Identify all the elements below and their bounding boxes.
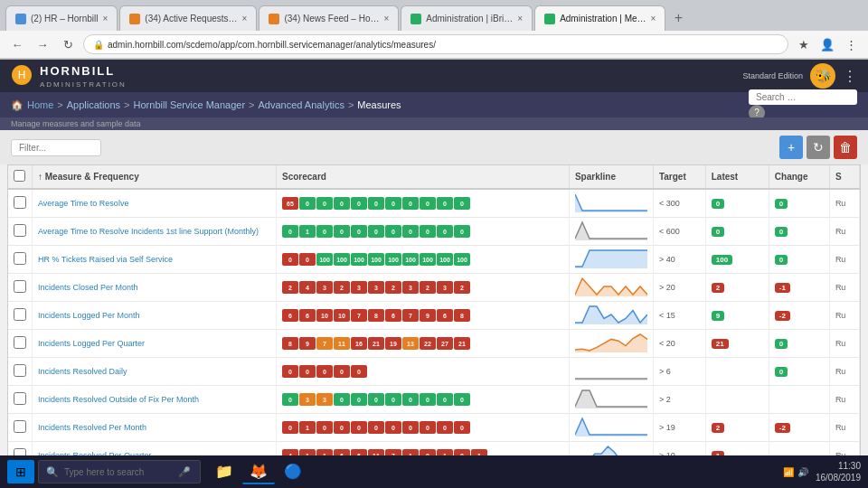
toolbar-buttons: + ↻ 🗑 xyxy=(779,136,857,159)
header-s: S xyxy=(829,165,859,189)
measure-name[interactable]: Incidents Resolved Daily xyxy=(33,358,277,386)
scorecard-cell: 650000000000 xyxy=(276,189,569,218)
svg-marker-9 xyxy=(575,390,647,408)
scorecard-cell: 03300000000 xyxy=(276,386,569,414)
tab-admin1[interactable]: Administration | iBri… × xyxy=(401,5,533,31)
tab-close[interactable]: × xyxy=(517,14,523,23)
s-cell: Ru xyxy=(829,246,859,274)
refresh-measures-button[interactable]: ↻ xyxy=(807,136,830,159)
table-container: ↑ Measure & Frequency Scorecard Sparklin… xyxy=(7,164,861,468)
measure-name[interactable]: HR % Tickets Raised via Self Service xyxy=(33,246,277,274)
taskbar-app-file-explorer[interactable]: 📁 xyxy=(208,459,241,484)
row-checkbox[interactable] xyxy=(14,336,26,349)
select-all-checkbox[interactable] xyxy=(14,170,25,182)
add-button[interactable]: + xyxy=(779,136,803,159)
row-checkbox[interactable] xyxy=(14,420,26,433)
delete-button[interactable]: 🗑 xyxy=(834,136,857,159)
measure-name[interactable]: Incidents Logged Per Month xyxy=(33,302,277,330)
filter-input[interactable] xyxy=(11,139,101,156)
tab-news[interactable]: (34) News Feed – Ho… × xyxy=(259,5,399,31)
address-bar[interactable]: 🔒 admin.hornbill.com/scdemo/app/com.horn… xyxy=(83,34,788,54)
tab-hr-label: (2) HR – Hornbill xyxy=(31,14,98,23)
measure-name[interactable]: Average Time to Resolve xyxy=(33,189,277,218)
app-container: H HORNBILL ADMINISTRATION Standard Editi… xyxy=(0,60,868,475)
measure-name[interactable]: Incidents Resolved Outside of Fix Per Mo… xyxy=(33,386,277,414)
s-cell: Ru xyxy=(829,414,859,442)
measure-name[interactable]: Incidents Logged Per Quarter xyxy=(33,330,277,358)
header-right: Standard Edition 🐝 ⋮ xyxy=(742,63,857,89)
latest-cell: 0 xyxy=(705,189,769,218)
row-checkbox[interactable] xyxy=(14,224,26,237)
s-cell: Ru xyxy=(829,330,859,358)
sparkline-cell xyxy=(569,246,653,274)
scorecard-cell: 00100100100100100100100100100 xyxy=(276,246,569,274)
tab-close[interactable]: × xyxy=(102,14,108,23)
row-checkbox[interactable] xyxy=(14,280,26,293)
table-header-row: ↑ Measure & Frequency Scorecard Sparklin… xyxy=(8,165,860,189)
refresh-button[interactable]: ↻ xyxy=(58,34,78,54)
change-cell: 0 xyxy=(769,330,829,358)
profile-icon[interactable]: 👤 xyxy=(817,34,837,54)
measures-table: ↑ Measure & Frequency Scorecard Sparklin… xyxy=(8,165,860,468)
header-target[interactable]: Target xyxy=(653,165,705,189)
nav-bar: ← → ↻ 🔒 admin.hornbill.com/scdemo/app/co… xyxy=(0,31,868,59)
breadcrumb-applications[interactable]: Applications xyxy=(67,99,120,110)
start-button[interactable]: ⊞ xyxy=(7,460,34,483)
row-checkbox[interactable] xyxy=(14,308,26,321)
latest-cell: 9 xyxy=(705,302,769,330)
tab-active-req[interactable]: (34) Active Requests… × xyxy=(119,5,257,31)
row-checkbox[interactable] xyxy=(14,252,26,265)
forward-button[interactable]: → xyxy=(33,34,52,54)
search-input[interactable] xyxy=(749,89,857,105)
clock-time: 11:30 xyxy=(816,460,861,472)
table-row: HR % Tickets Raised via Self Service0010… xyxy=(8,246,860,274)
table-row: Incidents Closed Per Month24323323232 > … xyxy=(8,274,860,302)
measure-name[interactable]: Incidents Closed Per Month xyxy=(33,274,277,302)
tab-hr[interactable]: (2) HR – Hornbill × xyxy=(5,5,118,31)
breadcrumb-hsm[interactable]: Hornbill Service Manager xyxy=(134,99,246,110)
tab-close[interactable]: × xyxy=(651,14,656,23)
taskbar-app-firefox[interactable]: 🦊 xyxy=(242,459,275,484)
target-cell: < 15 xyxy=(653,302,705,330)
new-tab-button[interactable]: + xyxy=(667,7,689,29)
row-checkbox[interactable] xyxy=(14,196,26,209)
logo-area: H HORNBILL ADMINISTRATION xyxy=(11,64,127,89)
target-cell: > 19 xyxy=(653,414,705,442)
change-cell xyxy=(769,386,829,414)
taskbar-search-box[interactable]: 🔍 🎤 xyxy=(38,460,201,483)
header-latest[interactable]: Latest xyxy=(705,165,769,189)
row-checkbox[interactable] xyxy=(14,392,26,405)
change-cell: 0 xyxy=(769,189,829,218)
breadcrumb-analytics[interactable]: Advanced Analytics xyxy=(258,99,344,110)
sparkline-cell xyxy=(569,414,653,442)
header-menu-button[interactable]: ⋮ xyxy=(843,68,857,85)
breadcrumb-current: Measures xyxy=(357,99,401,110)
scorecard-cell: 00000 xyxy=(276,358,569,386)
target-cell: > 2 xyxy=(653,386,705,414)
more-options-icon[interactable]: ⋮ xyxy=(841,34,861,54)
tab-favicon xyxy=(410,14,421,24)
tab-close[interactable]: × xyxy=(242,14,248,23)
bookmark-icon[interactable]: ★ xyxy=(794,34,814,54)
s-cell: Ru xyxy=(829,302,859,330)
breadcrumb-sep-3: > xyxy=(249,99,254,110)
taskbar-right: 📶 🔊 11:30 16/08/2019 xyxy=(783,460,861,483)
back-button[interactable]: ← xyxy=(7,34,27,54)
taskbar-app-chrome[interactable]: 🔵 xyxy=(277,459,309,484)
header-measure[interactable]: ↑ Measure & Frequency xyxy=(33,165,277,189)
header-scorecard: Scorecard xyxy=(276,165,569,189)
measure-name[interactable]: Average Time to Resolve Incidents 1st li… xyxy=(33,218,277,246)
target-cell: > 40 xyxy=(653,246,705,274)
tab-admin2[interactable]: Administration | Me… × xyxy=(534,5,665,31)
tab-close[interactable]: × xyxy=(383,14,389,23)
taskbar-search-input[interactable] xyxy=(64,467,173,477)
s-cell: Ru xyxy=(829,386,859,414)
scorecard-cell: 01000000000 xyxy=(276,218,569,246)
sub-header: Manage measures and sample data xyxy=(0,117,868,130)
breadcrumb-sep-2: > xyxy=(124,99,129,110)
measure-name[interactable]: Incidents Resolved Per Month xyxy=(33,414,277,442)
header-change[interactable]: Change xyxy=(769,165,829,189)
row-checkbox[interactable] xyxy=(14,364,26,377)
latest-cell: 2 xyxy=(705,414,769,442)
breadcrumb-home[interactable]: Home xyxy=(27,99,53,110)
